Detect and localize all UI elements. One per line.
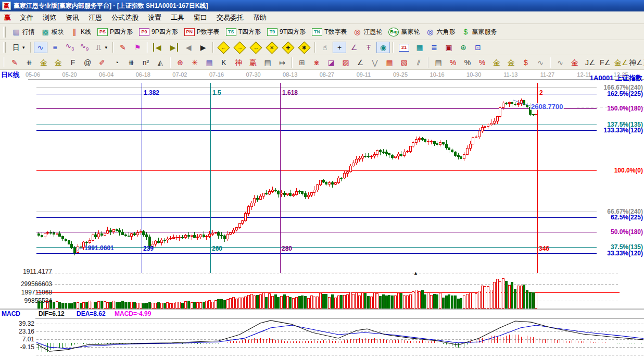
- menu-item-4[interactable]: 江恩: [84, 12, 107, 23]
- tb2-gann-right[interactable]: →: [232, 42, 247, 54]
- tb2-gann-frame[interactable]: Ŧ: [362, 42, 375, 53]
- tb-winner-service[interactable]: $赢家服务: [459, 26, 499, 38]
- tb2-zoom-wave[interactable]: ∿: [34, 42, 47, 53]
- tb3-grid-arrow[interactable]: ▧: [397, 57, 411, 68]
- tb3-wave-tool[interactable]: ∿: [534, 57, 547, 68]
- tb-t-table[interactable]: TNT数字表: [309, 26, 349, 38]
- tb3-pencil-grid[interactable]: ✐: [95, 57, 109, 68]
- tb3-gold-circle[interactable]: 金: [490, 57, 503, 68]
- tb2-gann-left[interactable]: ←: [216, 42, 231, 54]
- tb3-k-note[interactable]: K: [217, 57, 231, 68]
- tb3-wave-box[interactable]: ∿: [553, 57, 567, 68]
- tb-p-table[interactable]: PNP数字表: [182, 26, 222, 38]
- tb3-width-arrow[interactable]: ↦: [275, 57, 289, 68]
- tb2-info-note-icon: ≡: [51, 43, 59, 52]
- tb2-step-prev[interactable]: ◀: [182, 42, 195, 53]
- tb3-angle-mirror[interactable]: ◭: [154, 57, 167, 68]
- tb3-shen-angle[interactable]: 神∠: [626, 57, 640, 68]
- tb-9p-square[interactable]: P99P四方形: [136, 26, 181, 38]
- tb3-f-comb[interactable]: F: [66, 57, 80, 68]
- menu-item-3[interactable]: 资讯: [61, 12, 84, 23]
- menu-item-7[interactable]: 工具: [166, 12, 189, 23]
- menu-item-9[interactable]: 交易委托: [212, 12, 248, 23]
- tb-kline[interactable]: ∥K线: [68, 26, 94, 38]
- tb3-win-grid[interactable]: 赢: [246, 57, 260, 68]
- tb2-save[interactable]: ▣: [442, 42, 456, 53]
- tb3-grid-red[interactable]: ▦: [383, 57, 396, 68]
- tb2-region-sketch[interactable]: ✎: [116, 42, 130, 53]
- tb3-circle-cross[interactable]: ⊕: [173, 57, 187, 68]
- macd-scale-label: 7.01: [0, 336, 34, 343]
- tb2-hand[interactable]: ☝: [318, 42, 332, 53]
- tb2-gann-plus[interactable]: ✚: [281, 42, 296, 54]
- menu-logo-icon[interactable]: 赢: [4, 13, 11, 22]
- tb2-gann-leftright[interactable]: ↔: [248, 42, 263, 54]
- tb-t-square[interactable]: TST四方形: [223, 26, 263, 38]
- tb3-pencil[interactable]: ✎: [8, 57, 21, 68]
- tb3-gann-comb[interactable]: ⧺: [22, 57, 36, 68]
- macd-pane-label[interactable]: MACD: [2, 310, 20, 317]
- tb3-j-angle[interactable]: J∠: [583, 57, 596, 68]
- tb-sectors[interactable]: ▩板块: [39, 26, 67, 38]
- tb-winner-wheel[interactable]: Big赢家轮: [386, 26, 422, 38]
- tb3-time-circle[interactable]: ◔: [110, 57, 123, 68]
- tb-p-square[interactable]: PSP四方形: [95, 26, 135, 38]
- tb2-calendar[interactable]: 21: [396, 42, 412, 53]
- tb3-parallel-lines[interactable]: ⫽: [412, 57, 425, 68]
- tb2-angle-measure[interactable]: ∠: [347, 42, 361, 53]
- tb2-volume-flag[interactable]: ⚑: [131, 42, 144, 53]
- tb2-info-note[interactable]: ≡: [48, 42, 62, 53]
- tb3-gold-angle[interactable]: 金∠: [612, 57, 625, 68]
- tb-9t-square[interactable]: T99T四方形: [264, 26, 308, 38]
- tb2-notes[interactable]: ≣: [427, 42, 441, 53]
- menu-item-2[interactable]: 浏览: [38, 12, 61, 23]
- tb2-skip-start[interactable]: ◀: [150, 42, 165, 53]
- pane-period-label[interactable]: 日K线: [1, 71, 19, 78]
- tb3-fan-box-1[interactable]: ◪: [324, 57, 338, 68]
- tb3-win-angle[interactable]: 赢∠: [641, 57, 644, 68]
- tb-gann-wheel[interactable]: ◎江恩轮: [350, 26, 385, 38]
- tb3-percent-eq[interactable]: %: [475, 57, 489, 68]
- tb2-candle-style[interactable]: ⎍▾: [92, 42, 110, 53]
- menu-item-5[interactable]: 公式选股: [107, 12, 143, 23]
- tb3-percent-list[interactable]: ▤: [432, 57, 445, 68]
- tb2-web-mail[interactable]: ⊛: [457, 42, 470, 53]
- tb2-gann-star[interactable]: ✱: [297, 42, 312, 54]
- tb2-remote-pc[interactable]: ⊡: [471, 42, 485, 53]
- tb3-trend-lines[interactable]: ∠: [353, 57, 367, 68]
- tb2-bars-3[interactable]: ∿3: [63, 40, 77, 55]
- menu-item-1[interactable]: 文件: [15, 12, 38, 23]
- tb3-star-grid[interactable]: ✳: [188, 57, 201, 68]
- tb3-gold-line[interactable]: 金: [504, 57, 518, 68]
- tb3-gold-red[interactable]: 金: [568, 57, 582, 68]
- tb3-money-brush[interactable]: $: [519, 57, 533, 68]
- tb3-fan-lines[interactable]: ⋇: [310, 57, 323, 68]
- tb3-gold-comb-1[interactable]: 金: [37, 57, 50, 68]
- tb3-percent[interactable]: %: [461, 57, 474, 68]
- tb-quotes[interactable]: ▦行情: [9, 26, 37, 38]
- tb3-v-lines[interactable]: ⋁: [368, 57, 382, 68]
- tb2-skip-end[interactable]: ▶: [166, 42, 181, 53]
- tb2-period-day[interactable]: 日▾: [9, 42, 28, 53]
- menu-item-8[interactable]: 窗口: [189, 12, 212, 23]
- tb2-gann-cross[interactable]: ✕: [264, 42, 280, 54]
- tb2-step-next[interactable]: ▶: [196, 42, 210, 53]
- tb2-calculator[interactable]: ▦: [413, 42, 426, 53]
- tb3-box-tool[interactable]: ⊞: [295, 57, 309, 68]
- tb3-ruler-123[interactable]: ▤: [261, 57, 274, 68]
- tb3-comb-dense[interactable]: ⧻: [124, 57, 138, 68]
- tb3-grid-box[interactable]: ▦: [203, 57, 216, 68]
- tb3-spiral[interactable]: @: [81, 57, 94, 68]
- tb3-fan-box-2[interactable]: ▨: [339, 57, 352, 68]
- menu-item-10[interactable]: 帮助: [248, 12, 271, 23]
- menu-item-6[interactable]: 设置: [143, 12, 166, 23]
- tb2-crosshair[interactable]: +: [333, 42, 346, 53]
- tb3-n-square[interactable]: n²: [139, 57, 153, 68]
- tb3-f-angle[interactable]: F∠: [597, 57, 611, 68]
- tb2-brain[interactable]: ◉: [376, 42, 390, 53]
- tb3-shen-grid[interactable]: 神: [232, 57, 245, 68]
- tb2-bars-9[interactable]: ∿9: [78, 40, 91, 55]
- tb3-percent-line[interactable]: %: [446, 57, 460, 68]
- tb-hexagon[interactable]: ◎六角形: [423, 26, 458, 38]
- tb3-gold-comb-2[interactable]: 金: [52, 57, 65, 68]
